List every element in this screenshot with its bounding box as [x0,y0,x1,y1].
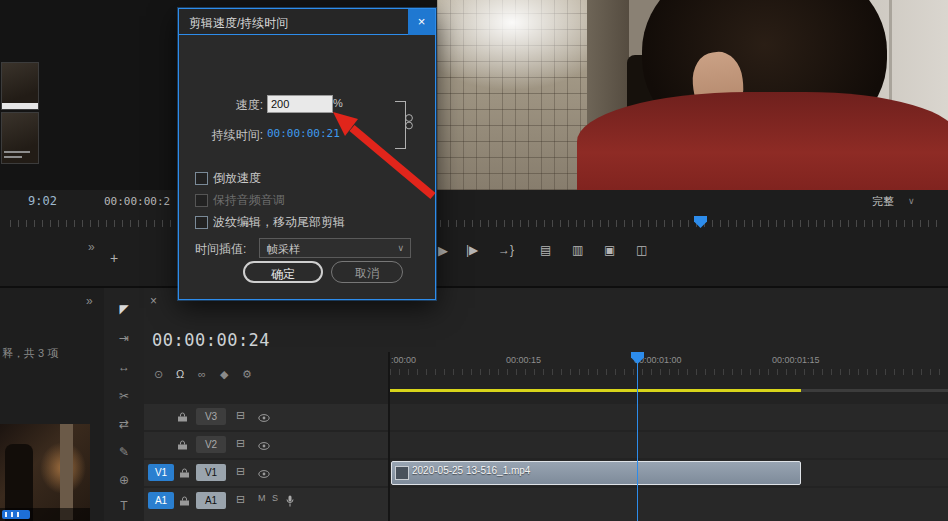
timeline-current-timecode[interactable]: 00:00:00:24 [152,330,270,350]
source-monitor-timecode: 9:02 [28,194,57,208]
source-patch-badge[interactable]: V1 [148,464,174,481]
track-header-v1: V1 V1 ⊟ [144,460,388,486]
panel-overflow-chevrons[interactable]: » [88,240,95,254]
duration-value[interactable]: 00:00:00:21 [267,127,340,140]
add-marker-icon[interactable]: ◆ [220,368,228,381]
settings-wrench-icon[interactable]: ⚙ [242,368,252,381]
maintain-pitch-checkbox [195,194,208,207]
thumbnail-caption-bar [2,103,38,109]
work-area-bar-rest [801,389,948,392]
timeline-clip[interactable]: 2020-05-25 13-516_1.mp4 [391,461,801,485]
slip-tool[interactable]: ⇄ [104,417,144,431]
track-badge[interactable]: V1 [196,464,226,481]
track-content-a1[interactable] [390,488,948,521]
microphone-icon[interactable] [286,495,294,507]
add-button[interactable]: + [110,250,118,266]
premiere-window: 9:02 00:00:00:2 完整 ∨ » + } {← ◀| ▶ |▶ →}… [0,0,948,521]
export-frame-icon[interactable]: ▣ [604,243,615,257]
reverse-speed-label: 倒放速度 [213,170,261,187]
track-select-tool[interactable]: ⇥ [104,331,144,345]
track-badge[interactable]: V2 [196,436,226,453]
ruler-tick-label: 00:00:15 [506,355,541,365]
clip-media-icon [395,466,409,480]
track-content-v2[interactable] [390,432,948,458]
dialog-title: 剪辑速度/持续时间 [189,15,288,32]
track-content-v3[interactable] [390,404,948,430]
program-monitor-preview [437,0,948,190]
source-patch-badge[interactable]: A1 [148,492,174,509]
speed-input[interactable] [267,95,333,113]
lift-icon[interactable]: ▤ [540,243,551,257]
media-thumbnail[interactable] [1,62,39,110]
playback-resolution-select[interactable]: 完整 [872,194,894,209]
project-clip-thumbnail[interactable] [0,424,90,521]
preview-red-sweater [577,92,948,190]
ruler-tick-label: :00:00 [391,355,416,365]
eye-icon[interactable] [258,414,270,422]
media-thumbnail[interactable] [1,112,39,164]
dialog-titlebar[interactable]: 剪辑速度/持续时间 × [179,9,435,35]
track-header-v3: V3 ⊟ [144,404,388,430]
thumbnail-light-sliver [60,424,73,520]
interpolation-label: 时间插值: [195,241,246,258]
timeline-ruler[interactable] [390,369,948,375]
nest-toggle-icon[interactable]: ⊙ [154,368,163,381]
eye-icon[interactable] [258,442,270,450]
tools-panel: ◤ ⇥ ↔ ✂ ⇄ ✎ ⊕ T [104,288,144,521]
sync-lock-icon[interactable]: ⊟ [236,437,245,450]
go-to-out-icon[interactable]: →} [498,243,514,257]
razor-tool[interactable]: ✂ [104,389,144,403]
project-panel: » 释，共 3 项 [0,288,105,521]
play-icon[interactable]: ▶ [438,243,448,258]
maintain-pitch-label: 保持音频音调 [213,192,285,209]
interpolation-value: 帧采样 [267,242,300,257]
ripple-edit-label: 波纹编辑，移动尾部剪辑 [213,214,345,231]
lock-icon[interactable] [178,440,187,450]
sync-lock-icon[interactable]: ⊟ [236,465,245,478]
lock-icon[interactable] [180,496,189,506]
chevron-down-icon: ∨ [397,243,404,253]
mute-button[interactable]: M [258,493,266,503]
sync-lock-icon[interactable]: ⊟ [236,493,245,506]
close-icon[interactable]: × [408,9,435,35]
cancel-button[interactable]: 取消 [331,261,403,283]
type-tool[interactable]: T [104,499,144,513]
ripple-edit-tool[interactable]: ↔ [104,360,144,374]
percent-unit: % [333,97,343,109]
speed-label: 速度: [179,97,263,114]
source-monitor-duration: 00:00:00:2 [104,195,170,208]
track-header-a1: A1 A1 ⊟ M S [144,488,388,521]
reverse-speed-checkbox[interactable] [195,172,208,185]
track-badge[interactable]: V3 [196,408,226,425]
step-forward-icon[interactable]: |▶ [466,243,478,257]
comparison-view-icon[interactable]: ◫ [636,243,647,257]
solo-button[interactable]: S [272,493,278,503]
hand-tool[interactable]: ⊕ [104,473,144,487]
track-badge[interactable]: A1 [196,492,226,509]
ruler-tick-label: 00:00:01:15 [772,355,820,365]
clip-speed-duration-dialog: 剪辑速度/持续时间 × 速度: % 持续时间: 00:00:00:21 倒放速度… [178,8,436,300]
chevron-down-icon: ∨ [908,196,915,206]
lock-icon[interactable] [180,468,189,478]
project-item-count: 释，共 3 项 [2,346,58,361]
selection-tool[interactable]: ◤ [104,302,144,316]
snap-icon[interactable]: Ω [176,368,184,380]
linked-selection-icon[interactable]: ∞ [198,368,206,380]
clip-usage-badge [2,510,30,519]
interpolation-dropdown[interactable]: 帧采样 ∨ [259,238,411,258]
ok-button[interactable]: 确定 [243,261,323,283]
close-icon[interactable]: × [150,294,157,308]
eye-icon[interactable] [258,470,270,478]
clip-name: 2020-05-25 13-516_1.mp4 [412,465,530,476]
pen-tool[interactable]: ✎ [104,445,144,459]
ripple-edit-checkbox[interactable] [195,216,208,229]
panel-overflow-chevrons[interactable]: » [86,294,93,308]
lock-icon[interactable] [178,412,187,422]
extract-icon[interactable]: ▥ [572,243,583,257]
track-header-v2: V2 ⊟ [144,432,388,458]
source-monitor-ruler[interactable] [10,220,180,227]
sync-lock-icon[interactable]: ⊟ [236,409,245,422]
timeline-playhead-line[interactable] [637,352,638,521]
work-area-bar[interactable] [390,389,801,392]
link-toggle-icon[interactable] [403,113,415,131]
